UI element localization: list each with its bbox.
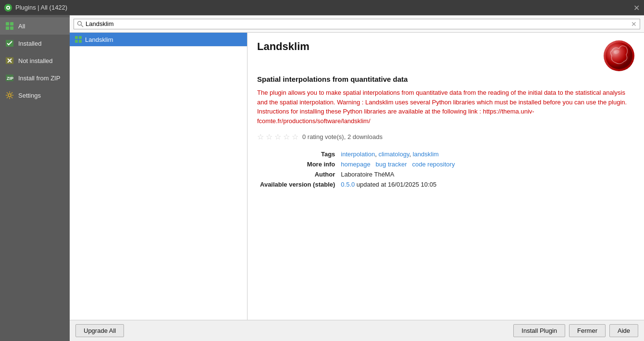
sidebar-label-install-zip: Install from ZIP (18, 75, 60, 82)
tags-row: Tags interpolation, climatology, landskl… (257, 149, 634, 159)
version-value: 0.5.0 updated at 16/01/2025 10:05 (338, 179, 634, 189)
more-info-row: More info homepage bug tracker code repo… (257, 159, 634, 169)
tags-value: interpolation, climatology, landsklim (338, 149, 634, 159)
puzzle-installed-icon (5, 38, 14, 48)
version-link[interactable]: 0.5.0 (341, 181, 355, 188)
content-area: Landsklim Landsklim (70, 33, 644, 320)
svg-rect-16 (75, 40, 78, 43)
search-clear-button[interactable]: ✕ (631, 20, 637, 28)
sidebar-item-settings[interactable]: Settings (0, 87, 70, 104)
sidebar-item-all[interactable]: All (0, 17, 70, 35)
star-2: ☆ (266, 132, 272, 141)
star-1: ☆ (257, 132, 264, 141)
sidebar-label-all: All (18, 23, 25, 30)
svg-rect-17 (79, 40, 82, 43)
upgrade-all-button[interactable]: Upgrade All (75, 324, 124, 337)
svg-point-12 (78, 21, 82, 25)
star-5: ☆ (292, 132, 298, 141)
author-label: Author (257, 169, 338, 179)
puzzle-zip-icon: ZIP (5, 73, 14, 83)
titlebar-title: Plugins | All (1422) (15, 4, 67, 11)
plugin-description: The plugin allows you to make spatial in… (257, 88, 634, 126)
svg-rect-5 (6, 26, 9, 30)
puzzle-all-icon (5, 21, 14, 31)
version-label: Available version (stable) (257, 179, 338, 189)
sidebar-label-settings: Settings (18, 92, 41, 99)
svg-point-18 (606, 42, 632, 69)
tag-climatology[interactable]: climatology (378, 151, 409, 158)
svg-point-2 (7, 7, 9, 9)
help-button[interactable]: Aide (609, 324, 638, 337)
sidebar-label-installed: Installed (18, 40, 41, 47)
sidebar-item-install-zip[interactable]: ZIP Install from ZIP (0, 69, 70, 87)
sidebar-label-not-installed: Not installed (18, 57, 53, 64)
main-container: All Installed Not installed (0, 15, 644, 341)
svg-rect-6 (10, 26, 13, 30)
more-info-value: homepage bug tracker code repository (338, 159, 634, 169)
titlebar: Plugins | All (1422) ✕ (0, 0, 644, 15)
bottom-bar: Upgrade All Install Plugin Fermer Aide (70, 320, 644, 341)
author-row: Author Laboratoire ThéMA (257, 169, 634, 179)
sidebar: All Installed Not installed (0, 15, 70, 341)
puzzle-not-installed-icon (5, 56, 14, 65)
homepage-link[interactable]: homepage (341, 161, 370, 168)
tag-interpolation[interactable]: interpolation (341, 151, 375, 158)
version-suffix: updated at 16/01/2025 10:05 (355, 181, 436, 188)
rating-text: 0 rating vote(s), 2 downloads (302, 133, 383, 140)
plugin-title: Landsklim (257, 40, 310, 53)
svg-text:ZIP: ZIP (7, 76, 13, 81)
search-input-wrapper: ✕ (74, 19, 640, 29)
plugin-logo-svg (605, 41, 633, 70)
plugin-logo (604, 40, 634, 71)
svg-rect-4 (10, 22, 13, 25)
plugin-subtitle: Spatial interpolations from quantitative… (257, 75, 634, 83)
bug-tracker-link[interactable]: bug tracker (376, 161, 407, 168)
bottom-bar-right: Install Plugin Fermer Aide (513, 324, 638, 337)
titlebar-left: Plugins | All (1422) (4, 3, 67, 12)
svg-rect-14 (75, 36, 78, 39)
qgis-logo-icon (4, 3, 12, 12)
svg-rect-15 (79, 36, 82, 39)
version-row: Available version (stable) 0.5.0 updated… (257, 179, 634, 189)
tag-landsklim[interactable]: landsklim (413, 151, 439, 158)
search-bar: ✕ (70, 15, 644, 33)
author-value: Laboratoire ThéMA (338, 169, 634, 179)
plugin-title-block: Landsklim (257, 40, 310, 53)
code-repository-link[interactable]: code repository (412, 161, 455, 168)
tags-label: Tags (257, 149, 338, 159)
svg-line-13 (81, 25, 84, 27)
svg-point-11 (8, 94, 11, 97)
bottom-bar-left: Upgrade All (75, 324, 124, 337)
search-icon (77, 21, 84, 27)
search-input[interactable] (86, 20, 629, 27)
plugin-list-item[interactable]: Landsklim (70, 33, 247, 47)
install-plugin-button[interactable]: Install Plugin (513, 324, 565, 337)
sidebar-item-not-installed[interactable]: Not installed (0, 52, 70, 69)
svg-rect-3 (6, 22, 9, 25)
sidebar-item-installed[interactable]: Installed (0, 35, 70, 52)
star-3: ☆ (274, 132, 281, 141)
plugin-detail: Landsklim (248, 33, 644, 320)
close-window-button[interactable]: ✕ (633, 4, 640, 11)
right-panel: ✕ Landsklim (70, 15, 644, 341)
plugin-list: Landsklim (70, 33, 248, 320)
star-4: ☆ (283, 132, 290, 141)
info-table: Tags interpolation, climatology, landskl… (257, 149, 634, 189)
plugin-item-label: Landsklim (85, 36, 113, 43)
gear-icon (5, 90, 14, 100)
close-button[interactable]: Fermer (569, 324, 606, 337)
more-info-label: More info (257, 159, 338, 169)
stars-row: ☆ ☆ ☆ ☆ ☆ 0 rating vote(s), 2 downloads (257, 132, 634, 141)
plugin-item-icon (74, 36, 82, 43)
plugin-detail-header: Landsklim (257, 40, 634, 71)
